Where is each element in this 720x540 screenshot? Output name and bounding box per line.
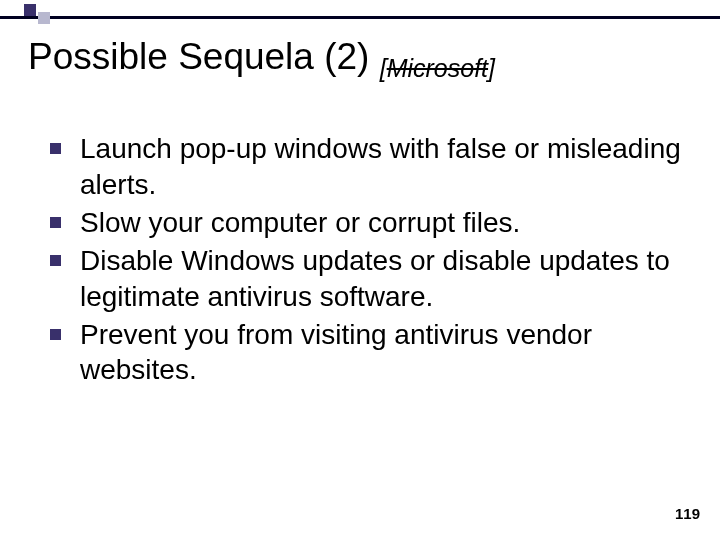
- slide-title: Possible Sequela (2) [Microsoft]: [28, 36, 692, 83]
- bullet-list: Launch pop-up windows with false or misl…: [28, 131, 692, 388]
- header-bar: [0, 16, 720, 19]
- title-main: Possible Sequela (2): [28, 36, 380, 77]
- header-decoration: [0, 0, 720, 22]
- title-bracket-open: [: [380, 54, 387, 82]
- list-item: Prevent you from visiting antivirus vend…: [50, 317, 692, 389]
- list-item: Slow your computer or corrupt files.: [50, 205, 692, 241]
- title-source: Microsoft: [387, 54, 488, 82]
- header-square-light: [38, 12, 50, 24]
- slide-content: Possible Sequela (2) [Microsoft] Launch …: [28, 36, 692, 390]
- title-bracket-close: ]: [488, 54, 495, 82]
- page-number: 119: [675, 505, 700, 522]
- header-square-dark: [24, 4, 36, 16]
- list-item: Disable Windows updates or disable updat…: [50, 243, 692, 315]
- list-item: Launch pop-up windows with false or misl…: [50, 131, 692, 203]
